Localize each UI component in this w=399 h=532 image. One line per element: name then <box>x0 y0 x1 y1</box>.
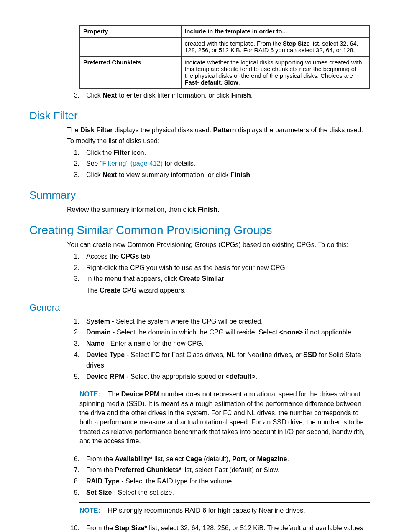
heading-disk-filter: Disk Filter <box>29 109 370 122</box>
list-item: 4.Device Type - Select FC for Fast Class… <box>67 350 370 371</box>
list-item: 7.From the Preferred Chunklets* list, se… <box>67 465 370 475</box>
list-item: 3.Click Next to view summary information… <box>67 170 370 180</box>
cell-property: Preferred Chunklets <box>83 59 141 66</box>
property-table: Property Include in the template in orde… <box>79 25 370 89</box>
create-cpg-wizard-text: The Create CPG wizard appears. <box>86 286 370 295</box>
disk-filter-modify-intro: To modify the list of disks used: <box>67 136 370 146</box>
list-item: 5.Device RPM - Select the appropriate sp… <box>67 372 370 382</box>
note-device-rpm: NOTE:The Device RPM number does not repr… <box>79 386 370 450</box>
disk-filter-intro: The Disk Filter displays the physical di… <box>67 126 370 146</box>
list-item: 10.From the Step Size* list, select 32, … <box>67 523 370 532</box>
list-item: 1.System - Select the system where the C… <box>67 316 370 327</box>
list-item: 1.Click the Filter icon. <box>67 148 370 158</box>
general-steps-6-9: 6.From the Availability* list, select Ca… <box>67 454 370 498</box>
note-label: NOTE: <box>79 391 100 398</box>
top-step-3: 3. Click Next to enter disk filter infor… <box>67 90 370 101</box>
th-include: Include in the template in order to... <box>185 28 287 35</box>
list-item: 2.Domain - Select the domain in which th… <box>67 327 370 338</box>
list-item: 1.Access the CPGs tab. <box>67 252 370 262</box>
note-raid6: NOTE:HP strongly recommends RAID 6 for h… <box>79 502 370 519</box>
list-item: 2.Right-click the CPG you wish to use as… <box>67 263 370 273</box>
table-row: Preferred Chunklets indicate whether the… <box>80 57 370 89</box>
note-label: NOTE: <box>79 507 100 514</box>
list-item: 2.See "Filtering" (page 412) for details… <box>67 159 370 169</box>
list-item: 3.In the menu that appears, click Create… <box>67 274 370 284</box>
creating-steps: 1.Access the CPGs tab. 2.Right-click the… <box>67 252 370 284</box>
heading-summary: Summary <box>29 189 370 202</box>
list-item: 6.From the Availability* list, select Ca… <box>67 454 370 465</box>
heading-general: General <box>29 302 370 313</box>
cell-desc: indicate whether the logical disks suppo… <box>181 57 369 89</box>
general-step-10: 10.From the Step Size* list, select 32, … <box>67 523 370 532</box>
table-row: created with this template. From the Ste… <box>80 38 370 57</box>
list-item: 3. Click Next to enter disk filter infor… <box>67 90 370 101</box>
th-property: Property <box>83 28 108 35</box>
heading-creating-similar-cpg: Creating Similar Common Provisioning Gro… <box>29 224 370 237</box>
general-steps-1-5: 1.System - Select the system where the C… <box>67 316 370 382</box>
list-item: 9.Set Size - Select the set size. <box>67 488 370 498</box>
cell-desc: created with this template. From the Ste… <box>181 38 369 57</box>
link-filtering-page[interactable]: "Filtering" (page 412) <box>100 160 163 167</box>
summary-text: Review the summary information, then cli… <box>67 205 370 214</box>
creating-intro: You can create new Common Provisioning G… <box>67 240 370 249</box>
disk-filter-steps: 1.Click the Filter icon. 2.See "Filterin… <box>67 148 370 180</box>
list-item: 8.RAID Type - Select the RAID type for t… <box>67 476 370 487</box>
list-item: 3.Name - Enter a name for the new CPG. <box>67 339 370 349</box>
